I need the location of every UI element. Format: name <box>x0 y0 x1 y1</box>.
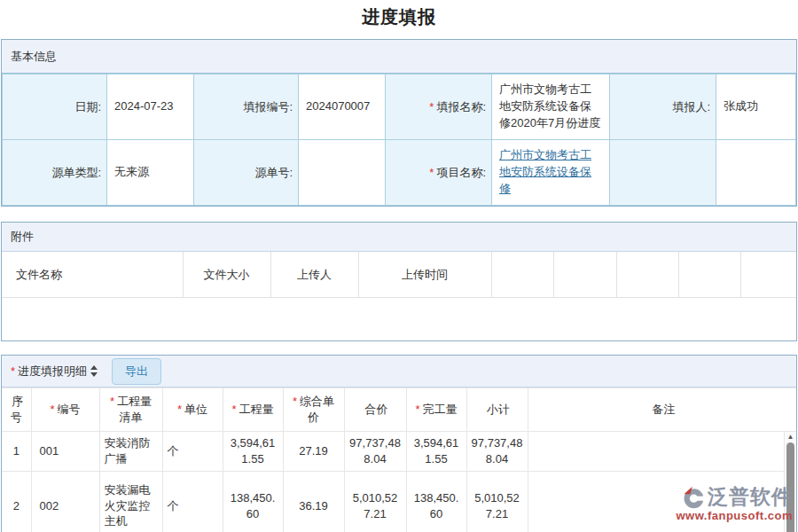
cell-remark <box>528 432 796 472</box>
table-row[interactable]: 1 001 安装消防广播 个 3,594,611.55 27.19 97,737… <box>2 432 796 472</box>
basic-info-row-2: 源单类型: 无来源 源单号: *项目名称: 广州市文物考古工地安防系统设备保修 <box>3 140 796 206</box>
basic-info-row-1: 日期: 2024-07-23 填报编号: 2024070007 *填报名称: 广… <box>3 74 796 140</box>
cell-seq: 2 <box>2 472 31 532</box>
attachments-section: 附件 文件名称 文件大小 上传人 上传时间 <box>1 222 797 341</box>
field-label-source-type: 源单类型: <box>3 140 107 206</box>
cell-quantity: 3,594,611.55 <box>223 432 283 472</box>
cell-completed: 138,450.60 <box>406 472 466 532</box>
basic-info-section: 基本信息 日期: 2024-07-23 填报编号: 2024070007 *填报… <box>1 39 797 207</box>
col-completed: *完工量 <box>406 388 466 432</box>
field-label-reporter: 填报人: <box>610 74 716 140</box>
cell-unit-price: 36.19 <box>283 472 344 532</box>
cell-unit: 个 <box>162 432 223 472</box>
cell-amount: 5,010,527.21 <box>344 472 406 532</box>
attachments-header-row: 文件名称 文件大小 上传人 上传时间 <box>2 252 796 298</box>
scroll-up-icon[interactable]: ▲ <box>785 432 796 442</box>
col-item: *工程量清单 <box>99 388 162 432</box>
cell-amount: 97,737,488.04 <box>344 432 406 472</box>
details-section: * 进度填报明细 导出 序号 *编号 *工程量清单 *单位 *工程量 *综合单价… <box>1 355 797 532</box>
field-label-report-no: 填报编号: <box>194 74 299 140</box>
cell-unit: 个 <box>162 472 223 532</box>
attach-col-empty <box>616 252 678 298</box>
basic-info-header: 基本信息 <box>2 40 796 74</box>
col-seq: 序号 <box>2 388 31 432</box>
field-value-date: 2024-07-23 <box>107 74 194 140</box>
cell-code: 001 <box>31 432 99 472</box>
field-value-source-type: 无来源 <box>107 140 194 206</box>
cell-code: 002 <box>31 472 99 532</box>
field-value-empty <box>716 140 796 206</box>
cell-remark <box>528 472 796 532</box>
details-title: 进度填报明细 <box>18 364 87 379</box>
cell-item: 安装消防广播 <box>99 432 162 472</box>
page-title: 进度填报 <box>0 0 798 29</box>
attach-col-empty <box>491 252 553 298</box>
attachments-header: 附件 <box>2 223 796 252</box>
details-table: 序号 *编号 *工程量清单 *单位 *工程量 *综合单价 合价 *完工量 小计 … <box>2 387 796 532</box>
cell-subtotal: 97,737,488.04 <box>466 432 528 472</box>
cell-item: 安装漏电火灾监控主机 <box>99 472 162 532</box>
export-button[interactable]: 导出 <box>112 358 161 385</box>
project-name-link[interactable]: 广州市文物考古工地安防系统设备保修 <box>499 148 591 195</box>
col-code: *编号 <box>31 388 99 432</box>
cell-quantity: 138,450.60 <box>223 472 283 532</box>
table-row[interactable]: 2 002 安装漏电火灾监控主机 个 138,450.60 36.19 5,01… <box>2 472 796 532</box>
attachments-table: 文件名称 文件大小 上传人 上传时间 <box>2 252 796 298</box>
cell-completed: 3,594,611.55 <box>406 432 466 472</box>
basic-info-title: 基本信息 <box>11 49 57 65</box>
field-label-project-name: *项目名称: <box>386 140 492 206</box>
attach-col-empty <box>553 252 616 298</box>
details-header: * 进度填报明细 导出 <box>2 356 796 387</box>
field-label-report-name: *填报名称: <box>386 74 492 140</box>
vertical-scrollbar[interactable]: ▲ <box>784 432 796 532</box>
attach-col-filename: 文件名称 <box>2 252 183 298</box>
col-quantity: *工程量 <box>223 388 283 432</box>
attach-col-empty <box>678 252 740 298</box>
cell-unit-price: 27.19 <box>283 432 344 472</box>
field-label-source-no: 源单号: <box>194 140 299 206</box>
field-label-date: 日期: <box>3 74 107 140</box>
field-value-project-name: 广州市文物考古工地安防系统设备保修 <box>492 140 610 206</box>
field-value-report-no: 2024070007 <box>299 74 386 140</box>
cell-subtotal: 5,010,527.21 <box>466 472 528 532</box>
field-label-empty <box>610 140 716 206</box>
col-unit-price: *综合单价 <box>283 388 344 432</box>
details-header-row: 序号 *编号 *工程量清单 *单位 *工程量 *综合单价 合价 *完工量 小计 … <box>2 388 796 432</box>
attach-col-uploadtime: 上传时间 <box>358 252 491 298</box>
col-remark: 备注 <box>528 388 796 432</box>
sort-spinner-icon[interactable] <box>90 365 98 377</box>
field-value-report-name: 广州市文物考古工地安防系统设备保修2020年7月份进度 <box>492 74 610 140</box>
attach-col-empty <box>740 252 796 298</box>
field-value-source-no <box>299 140 386 206</box>
scrollbar-thumb[interactable] <box>786 442 794 532</box>
field-value-reporter: 张成功 <box>716 74 796 140</box>
col-subtotal: 小计 <box>466 388 528 432</box>
basic-info-form: 日期: 2024-07-23 填报编号: 2024070007 *填报名称: 广… <box>2 74 796 206</box>
attach-col-uploader: 上传人 <box>270 252 358 298</box>
cell-seq: 1 <box>2 432 31 472</box>
col-amount: 合价 <box>344 388 406 432</box>
attachments-title: 附件 <box>11 229 34 245</box>
col-unit: *单位 <box>162 388 223 432</box>
attach-col-filesize: 文件大小 <box>183 252 270 298</box>
